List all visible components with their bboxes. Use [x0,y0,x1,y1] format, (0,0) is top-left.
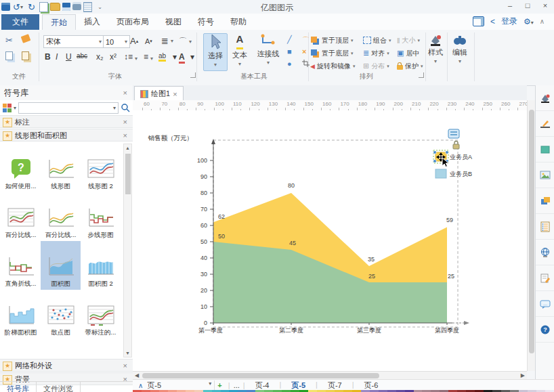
shape-icon[interactable] [536,188,554,214]
file-menu-button[interactable]: 文件 [1,14,39,30]
section-line-area[interactable]: ★ 线形图和面积图 × [0,129,133,141]
connector-tool-button[interactable]: 连接线▾ [253,33,283,70]
hyperlink-icon[interactable] [536,240,554,265]
symbol-item-百分比线...[interactable]: 百分比线... [41,192,81,241]
picture-icon[interactable] [536,162,554,188]
outline-icon[interactable] [536,214,554,240]
document-tab[interactable]: 绘图1 × [134,86,184,101]
scrollbar-thumb[interactable] [142,373,379,378]
symbol-item-extra[interactable] [1,339,41,357]
sidebar-tab-文件浏览[interactable]: 文件浏览 [37,382,81,392]
close-document-icon[interactable]: × [173,90,177,98]
shrink-font-icon[interactable]: A▾ [145,37,152,45]
symbol-grid-scrollbar[interactable]: ▲ ▼ [123,144,132,357]
arrange-item-大小[interactable]: ‖大小▾ [397,36,427,45]
superscript-button[interactable]: x² [110,52,116,62]
ribbon-tab-帮助[interactable]: 帮助 [222,14,255,30]
arc-shape-icon[interactable]: ⌒ [302,35,310,45]
fill-color-icon[interactable] [536,137,554,162]
library-picker-icon[interactable] [3,104,12,112]
underline-button[interactable]: U [66,52,72,62]
align-text-icon[interactable]: ≣▾ [161,36,173,46]
symbol-item-百分比线...[interactable]: 百分比线... [1,192,41,241]
comment-icon[interactable]: ... [536,291,554,317]
drawing-canvas[interactable]: 销售额（万元）0102030405060708090100第一季度第二季度第三季… [133,110,527,371]
bold-button[interactable]: B [45,52,51,62]
ribbon-tab-视图[interactable]: 视图 [157,14,190,30]
scrollbar-thumb[interactable] [529,110,534,353]
area-chart[interactable]: 销售额（万元）0102030405060708090100第一季度第二季度第三季… [133,110,527,371]
copy-icon[interactable] [5,51,13,60]
arrange-group-expander-icon[interactable] [419,72,424,78]
paste-icon[interactable] [22,51,29,60]
share-icon[interactable]: < [490,17,495,26]
symbol-item-步线形图[interactable]: 步线形图 [81,192,121,241]
ellipse-shape-icon[interactable]: ● [287,60,292,68]
ribbon-tab-开始[interactable]: 开始 [42,14,76,30]
edit-button[interactable]: 编辑▾ [449,33,471,75]
current-page-selector[interactable]: 页-5▾ [147,380,215,391]
page-tab-页-6[interactable]: 页-6 [358,380,385,391]
symbol-item-面积图 2[interactable]: 面积图 2 [81,241,121,290]
arrange-item-旋转和镜像[interactable]: ◀旋转和镜像▾ [310,62,363,71]
collapse-pages-icon[interactable]: ∧ [138,382,143,389]
connection-point-icon[interactable]: × [302,47,306,56]
text-tool-button[interactable]: A 文本▾ [229,33,251,70]
line-shape-icon[interactable]: ╱ [287,35,292,44]
arrange-item-置于底层[interactable]: 置于底层▾ [310,49,363,58]
grow-font-icon[interactable]: A▴ [130,36,138,46]
scroll-left-icon[interactable]: ◀ [135,372,139,378]
ribbon-tab-插入[interactable]: 插入 [76,14,108,30]
search-input[interactable]: ▾ [18,102,119,114]
arrange-item-保护[interactable]: 保护▾ [397,62,427,71]
symbol-item-带标注的...[interactable]: 带标注的... [81,290,121,339]
symbol-item-面积图[interactable]: 面积图 [41,241,81,290]
italic-button[interactable]: I [56,52,58,62]
scroll-down-icon[interactable]: ▼ [124,351,131,355]
help-icon[interactable]: ? [536,317,554,343]
share-image-icon[interactable] [473,16,484,26]
crop-icon[interactable] [302,60,310,67]
settings-gear-icon[interactable]: ⚙▾ [524,17,534,26]
text-highlight-button[interactable]: ab [158,52,166,62]
scroll-right-icon[interactable]: ▶ [521,372,525,378]
line-spacing-icon[interactable]: ↕≡▾ [124,52,137,62]
subscript-button[interactable]: x₂ [96,52,104,62]
page-tab-页-4[interactable]: 页-4 [249,380,276,391]
section-network[interactable]: ★ 网络和外设 × [0,359,133,372]
select-tool-button[interactable]: 选择▾ [203,33,228,71]
add-page-button[interactable]: + [217,381,221,389]
line-style-icon[interactable] [536,111,554,137]
style-icon[interactable] [536,85,554,111]
close-panel-icon[interactable]: × [123,85,127,100]
symbol-item-线形图 2[interactable]: 线形图 2 [81,144,121,192]
login-button[interactable]: 登录 [501,16,517,27]
symbol-item-散点图[interactable]: 散点图 [41,290,81,339]
format-painter-icon[interactable] [22,35,30,42]
maximize-button[interactable]: □ [519,0,536,12]
page-tab-页-7[interactable]: 页-7 [321,380,349,391]
style-button[interactable]: 样式▾ [427,33,444,75]
close-section-icon[interactable]: × [123,129,127,141]
sidebar-tab-符号库[interactable]: 符号库 [0,382,37,392]
arrange-item-对齐[interactable]: ≣对齐▾ [363,49,397,58]
close-section-icon[interactable]: × [123,360,127,372]
arrange-item-置于顶层[interactable]: 置于顶层▾ [310,36,363,45]
page-tab-页-5[interactable]: 页-5 [284,380,312,391]
bullet-list-icon[interactable]: ≡▾ [144,52,153,62]
search-icon[interactable] [121,103,130,112]
cut-icon[interactable]: ✂ [5,35,13,45]
note-icon[interactable] [536,265,554,291]
more-pages-button[interactable]: ... [234,381,240,389]
strikethrough-button[interactable]: abc [77,52,87,60]
font-group-expander-icon[interactable] [190,72,196,78]
rectangle-shape-icon[interactable]: ■ [287,47,292,56]
arrange-item-分布[interactable]: ⊞分布▾ [363,62,397,71]
ribbon-tab-页面布局[interactable]: 页面布局 [108,14,157,30]
text-arc-icon[interactable]: ⌒▾ [179,36,192,47]
symbol-item-直角折线...[interactable]: 直角折线... [1,241,41,290]
close-button[interactable]: × [536,0,554,12]
arrange-item-组合[interactable]: 组合▾ [363,36,397,45]
collapse-ribbon-icon[interactable]: ∧ [540,18,545,25]
close-section-icon[interactable]: × [123,116,127,128]
